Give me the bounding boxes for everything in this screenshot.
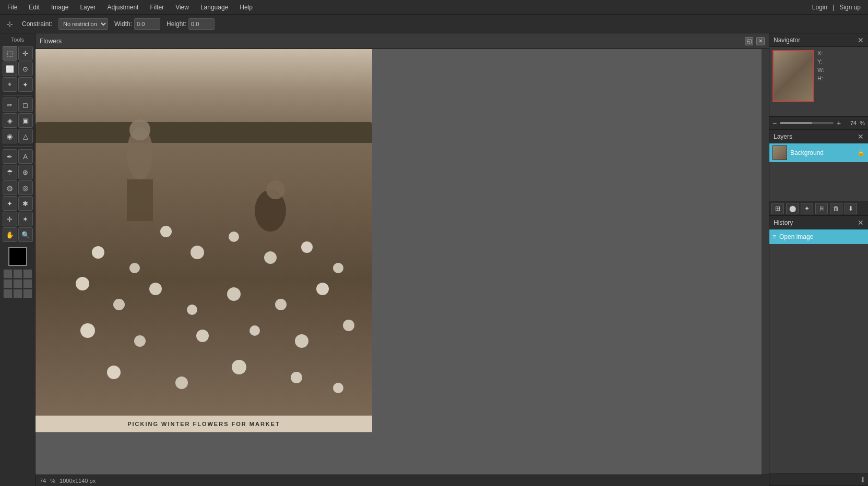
svg-point-9 — [301, 241, 313, 253]
tool-row-3: ⌖ ✦ — [3, 77, 33, 92]
layers-copy-btn[interactable]: ⎘ — [815, 203, 828, 214]
history-close-btn[interactable]: ✕ — [858, 218, 864, 227]
select-tool[interactable]: ⬚ — [3, 46, 17, 60]
pen-tool[interactable]: ✒ — [3, 149, 17, 164]
width-input[interactable] — [134, 18, 160, 30]
history-panel: History ✕ ≡ Open image ⬇ — [769, 216, 868, 486]
gradient-tool[interactable]: ▣ — [18, 113, 33, 128]
canvas-viewport[interactable]: PICKING WINTER FLOWERS FOR MARKET — [35, 49, 769, 475]
zoom-in-btn[interactable]: + — [837, 119, 841, 127]
login-link[interactable]: Login — [810, 3, 829, 12]
width-field: Width: — [114, 18, 160, 30]
menu-adjustment[interactable]: Adjustment — [105, 3, 140, 12]
menu-view[interactable]: View — [173, 3, 191, 12]
crop-tool[interactable]: ⌖ — [3, 77, 17, 92]
lasso-tool[interactable]: ⊙ — [18, 62, 33, 76]
layers-title: Layers — [774, 133, 792, 140]
tool-row-12: ✋ 🔍 — [3, 227, 33, 242]
layer-thumb-img — [773, 146, 787, 160]
right-panels: Navigator ✕ X: Y: W: — [769, 33, 868, 486]
toolbar: ⊹ Constraint: No restriction Aspect rati… — [0, 15, 868, 33]
navigator-close-btn[interactable]: ✕ — [858, 36, 864, 44]
history-open-label: Open image — [779, 233, 813, 240]
dropper-tool[interactable]: ☂ — [3, 165, 17, 179]
smudge-tool[interactable]: ◍ — [3, 180, 17, 195]
canvas-controls: ◱ ✕ — [745, 37, 765, 45]
layers-panel: Layers ✕ Background 🔒 ⊞ ⬤ ✦ ⎘ 🗑 ⬇ — [769, 130, 868, 216]
history-header: History ✕ — [769, 216, 868, 229]
menu-layer[interactable]: Layer — [78, 3, 98, 12]
navigator-panel: Navigator ✕ X: Y: W: — [769, 33, 868, 130]
hand-tool[interactable]: ✋ — [3, 227, 17, 242]
marquee-tool[interactable]: ⬜ — [3, 62, 17, 76]
zoom-slider[interactable] — [780, 122, 834, 124]
nav-y-label: Y: — [817, 58, 823, 65]
menu-help[interactable]: Help — [237, 3, 255, 12]
sharpen-tool[interactable]: ✱ — [18, 196, 33, 211]
layer-lock-icon: 🔒 — [857, 149, 865, 156]
svg-point-5 — [160, 226, 172, 237]
brush-tool[interactable]: ✏ — [3, 98, 17, 112]
canvas-title: Flowers — [40, 38, 62, 45]
heal-tool[interactable]: ✦ — [3, 196, 17, 211]
constraint-select[interactable]: No restriction Aspect ratio Fixed size — [58, 18, 108, 30]
layers-merge-btn[interactable]: ⬇ — [845, 203, 857, 214]
menu-language[interactable]: Language — [198, 3, 230, 12]
svg-point-6 — [191, 246, 204, 259]
menu-filter[interactable]: Filter — [148, 3, 166, 12]
burn-tool[interactable]: △ — [18, 129, 33, 143]
navigator-content: X: Y: W: H: — [769, 47, 868, 116]
toolbox: Tools ⬚ ✛ ⬜ ⊙ ⌖ ✦ ✏ ◻ ◈ ▣ ◉ △ ✒ A — [0, 33, 35, 486]
svg-point-13 — [149, 283, 162, 295]
star-tool[interactable]: ✶ — [18, 212, 33, 226]
layers-fx-btn[interactable]: ✦ — [801, 203, 813, 214]
menu-image[interactable]: Image — [49, 3, 70, 12]
menu-bar: File Edit Image Layer Adjustment Filter … — [0, 0, 868, 15]
tool-row-7: ✒ A — [3, 149, 33, 164]
blur-tool[interactable]: ◎ — [18, 180, 33, 195]
magic-wand-tool[interactable]: ✦ — [18, 77, 33, 92]
layers-grid-btn[interactable]: ⊞ — [771, 203, 784, 214]
tool-divider-1 — [3, 95, 32, 95]
foreground-color[interactable] — [8, 247, 27, 266]
auth-separator: | — [833, 4, 834, 11]
zoom-out-btn[interactable]: − — [772, 119, 777, 127]
layers-mask-btn[interactable]: ⬤ — [786, 203, 799, 214]
layers-delete-btn[interactable]: 🗑 — [830, 203, 842, 214]
vertical-scrollbar[interactable] — [762, 49, 769, 475]
nav-x-label: X: — [817, 50, 823, 56]
layers-close-btn[interactable]: ✕ — [858, 132, 864, 141]
dodge-tool[interactable]: ◉ — [3, 129, 17, 143]
history-item-open[interactable]: ≡ Open image — [769, 229, 868, 244]
menu-file[interactable]: File — [5, 3, 19, 12]
nav-zoom-row: − + 74 % — [769, 116, 868, 129]
transform-tool[interactable]: ✛ — [3, 212, 17, 226]
dimensions: 1000x1140 px — [60, 478, 96, 484]
signup-link[interactable]: Sign up — [837, 3, 863, 12]
canvas-restore-btn[interactable]: ◱ — [745, 37, 753, 45]
svg-point-17 — [316, 283, 329, 295]
auth-links: Login | Sign up — [810, 3, 863, 12]
menu-edit[interactable]: Edit — [27, 3, 42, 12]
text-tool[interactable]: A — [18, 149, 33, 164]
height-input[interactable] — [188, 18, 215, 30]
tool-row-9: ◍ ◎ — [3, 180, 33, 195]
layers-header: Layers ✕ — [769, 130, 868, 143]
eraser-tool[interactable]: ◻ — [18, 98, 33, 112]
tool-row-11: ✛ ✶ — [3, 212, 33, 226]
layers-toolbar: ⊞ ⬤ ✦ ⎘ 🗑 ⬇ — [769, 201, 868, 215]
move-tool[interactable]: ✛ — [18, 46, 33, 60]
tool-divider-2 — [3, 147, 32, 147]
pattern-cell — [13, 269, 22, 278]
canvas-close-btn[interactable]: ✕ — [756, 37, 765, 45]
zoom-value: 74 — [40, 478, 46, 484]
tool-row-2: ⬜ ⊙ — [3, 62, 33, 76]
fill-tool[interactable]: ◈ — [3, 113, 17, 128]
svg-rect-31 — [127, 179, 153, 221]
svg-point-27 — [291, 372, 302, 383]
layer-item-background[interactable]: Background 🔒 — [769, 143, 868, 162]
svg-point-20 — [196, 330, 209, 342]
zoom-tool[interactable]: 🔍 — [18, 227, 33, 242]
stamp-tool[interactable]: ⊛ — [18, 165, 33, 179]
svg-point-8 — [264, 251, 277, 264]
